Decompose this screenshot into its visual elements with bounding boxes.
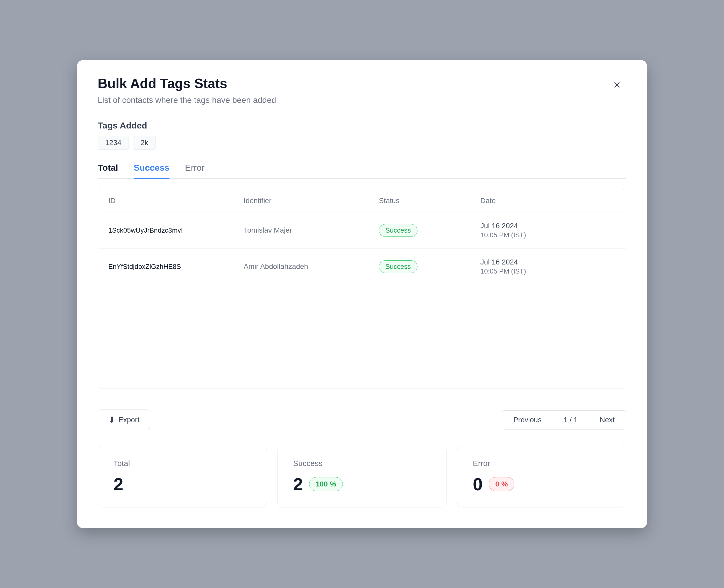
stat-label-total: Total (113, 459, 251, 468)
stat-value-total: 2 (113, 474, 123, 494)
tags-section: Tags Added 1234 2k (98, 121, 626, 150)
stat-card-total: Total 2 (98, 446, 267, 507)
stat-bottom-total: 2 (113, 474, 251, 494)
col-header-identifier: Identifier (244, 196, 379, 205)
table-empty-area (98, 285, 626, 388)
stat-value-success: 2 (293, 474, 303, 494)
row-2-status: Success (379, 260, 480, 273)
modal-title-group: Bulk Add Tags Stats List of contacts whe… (98, 76, 276, 105)
col-header-id: ID (108, 196, 244, 205)
stat-bottom-success: 2 100 % (293, 474, 431, 494)
row-2-date: Jul 16 2024 10:05 PM (IST) (480, 258, 616, 275)
row-2-id: EnYfStdjdoxZlGzhHE8S (108, 262, 244, 271)
table-header: ID Identifier Status Date (98, 189, 626, 212)
row-2-identifier: Amir Abdollahzadeh (244, 262, 379, 271)
stat-card-success: Success 2 100 % (277, 446, 447, 507)
row-1-status: Success (379, 224, 480, 237)
col-header-status: Status (379, 196, 480, 205)
stat-card-error: Error 0 0 % (457, 446, 626, 507)
stat-value-error: 0 (473, 474, 483, 494)
stat-badge-success: 100 % (309, 477, 343, 491)
table-row: 1Sck05wUyJrBndzc3mvI Tomislav Majer Succ… (98, 212, 626, 249)
table-row: EnYfStdjdoxZlGzhHE8S Amir Abdollahzadeh … (98, 249, 626, 285)
modal-header: Bulk Add Tags Stats List of contacts whe… (98, 76, 626, 105)
data-table: ID Identifier Status Date 1Sck05wUyJrBnd… (98, 189, 626, 389)
close-icon: × (613, 78, 621, 92)
tabs: Total Success Error (98, 163, 626, 179)
bulk-add-tags-modal: Bulk Add Tags Stats List of contacts whe… (77, 60, 647, 528)
row-1-date: Jul 16 2024 10:05 PM (IST) (480, 222, 616, 239)
tab-success[interactable]: Success (134, 163, 169, 179)
row-1-date-sub: 10:05 PM (IST) (480, 231, 616, 239)
export-icon: ⬇ (108, 415, 115, 425)
export-button[interactable]: ⬇ Export (98, 410, 150, 430)
tags-list: 1234 2k (98, 136, 626, 150)
close-button[interactable]: × (608, 76, 626, 94)
row-1-identifier: Tomislav Majer (244, 226, 379, 234)
status-badge-success: Success (379, 224, 417, 237)
page-info: 1 / 1 (553, 410, 588, 429)
row-2-date-sub: 10:05 PM (IST) (480, 267, 616, 275)
tab-error[interactable]: Error (185, 163, 205, 179)
next-button[interactable]: Next (588, 410, 626, 429)
previous-button[interactable]: Previous (502, 410, 553, 429)
stat-label-success: Success (293, 459, 431, 468)
modal-title: Bulk Add Tags Stats (98, 76, 276, 91)
tags-label: Tags Added (98, 121, 626, 130)
modal-subtitle: List of contacts where the tags have bee… (98, 95, 276, 105)
status-badge-success: Success (379, 260, 417, 273)
pagination: Previous 1 / 1 Next (502, 410, 626, 429)
stat-bottom-error: 0 0 % (473, 474, 611, 494)
col-header-date: Date (480, 196, 616, 205)
export-label: Export (119, 416, 139, 424)
tag-badge-2k: 2k (133, 136, 156, 150)
stats-row: Total 2 Success 2 100 % Error 0 0 % (98, 446, 626, 507)
row-1-date-main: Jul 16 2024 (480, 222, 616, 230)
row-1-id: 1Sck05wUyJrBndzc3mvI (108, 226, 244, 234)
table-footer: ⬇ Export Previous 1 / 1 Next (98, 402, 626, 433)
stat-badge-error: 0 % (489, 477, 514, 491)
row-2-date-main: Jul 16 2024 (480, 258, 616, 266)
stat-label-error: Error (473, 459, 611, 468)
tab-total[interactable]: Total (98, 163, 118, 179)
tag-badge-1234: 1234 (98, 136, 129, 150)
